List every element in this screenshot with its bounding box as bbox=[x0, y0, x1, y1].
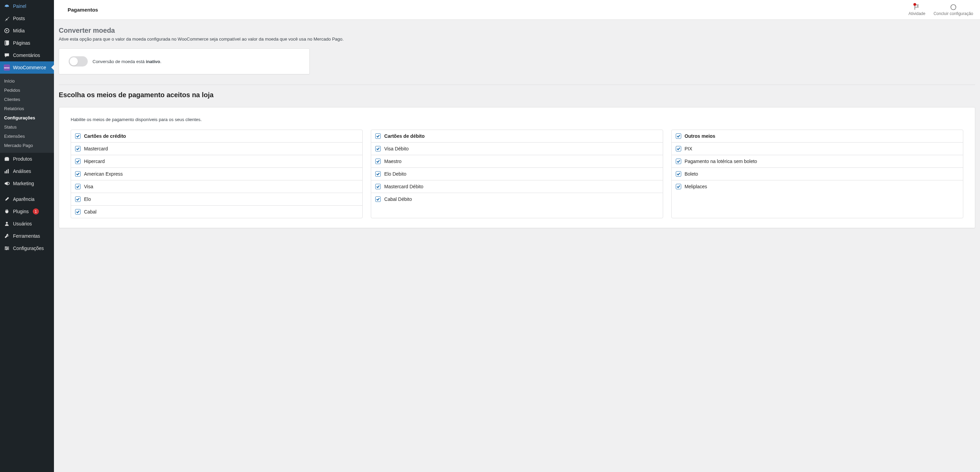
checkbox[interactable] bbox=[375, 196, 381, 202]
submenu-pedidos[interactable]: Pedidos bbox=[0, 86, 54, 95]
choose-card: Habilite os meios de pagamento disponíve… bbox=[59, 107, 975, 228]
topbar-actions: Atividade Concluir configuração bbox=[908, 4, 973, 16]
menu-configuracoes[interactable]: Configurações bbox=[0, 242, 54, 254]
menu-label: Aparência bbox=[13, 196, 35, 202]
svg-point-13 bbox=[5, 247, 7, 248]
payment-item[interactable]: Maestro bbox=[371, 155, 662, 168]
payment-item-label: Meliplaces bbox=[685, 184, 707, 189]
settings-icon bbox=[3, 245, 10, 252]
payment-item[interactable]: Mastercard bbox=[71, 143, 362, 155]
menu-label: Comentários bbox=[13, 52, 40, 58]
checkbox[interactable] bbox=[75, 146, 81, 151]
payment-columns: Cartões de créditoMastercardHipercardAme… bbox=[71, 130, 963, 218]
payment-group-header[interactable]: Cartões de crédito bbox=[71, 130, 362, 143]
group-header-label: Cartões de débito bbox=[384, 133, 425, 139]
payment-item[interactable]: American Express bbox=[71, 168, 362, 181]
svg-rect-3 bbox=[6, 41, 9, 45]
page-title: Pagamentos bbox=[61, 7, 98, 13]
checkbox[interactable] bbox=[375, 171, 381, 177]
submenu-extensoes[interactable]: Extensões bbox=[0, 131, 54, 141]
checkbox[interactable] bbox=[676, 133, 681, 139]
payment-item[interactable]: Cabal bbox=[71, 206, 362, 218]
payment-item[interactable]: Visa bbox=[71, 181, 362, 193]
menu-marketing[interactable]: Marketing bbox=[0, 177, 54, 190]
payment-item[interactable]: Cabal Débito bbox=[371, 193, 662, 205]
payment-item-label: Elo bbox=[84, 196, 91, 202]
menu-label: Usuários bbox=[13, 221, 32, 226]
checkbox[interactable] bbox=[75, 158, 81, 164]
analytics-icon bbox=[3, 168, 10, 174]
menu-label: Plugins bbox=[13, 209, 29, 214]
svg-rect-6 bbox=[5, 171, 6, 173]
payment-item[interactable]: Mastercard Débito bbox=[371, 181, 662, 193]
menu-woocommerce[interactable]: woo WooCommerce bbox=[0, 62, 54, 74]
checkbox[interactable] bbox=[375, 146, 381, 151]
menu-comentarios[interactable]: Comentários bbox=[0, 49, 54, 62]
menu-aparencia[interactable]: Aparência bbox=[0, 193, 54, 205]
checkbox[interactable] bbox=[375, 184, 381, 189]
topbar-finish[interactable]: Concluir configuração bbox=[934, 4, 973, 16]
submenu-inicio[interactable]: Início bbox=[0, 76, 54, 86]
menu-label: Mídia bbox=[13, 28, 25, 33]
menu-label: Ferramentas bbox=[13, 233, 40, 239]
payment-item-label: Elo Debito bbox=[384, 171, 406, 177]
convert-title: Converter moeda bbox=[59, 27, 975, 35]
payment-group-header[interactable]: Outros meios bbox=[672, 130, 963, 143]
checkbox[interactable] bbox=[375, 158, 381, 164]
payment-group-header[interactable]: Cartões de débito bbox=[371, 130, 662, 143]
submenu-configuracoes[interactable]: Configurações bbox=[0, 113, 54, 122]
submenu-mercadopago[interactable]: Mercado Pago bbox=[0, 141, 54, 150]
menu-midia[interactable]: Mídia bbox=[0, 25, 54, 37]
checkbox[interactable] bbox=[75, 184, 81, 189]
checkbox[interactable] bbox=[676, 158, 681, 164]
payment-item[interactable]: Hipercard bbox=[71, 155, 362, 168]
payment-item-label: American Express bbox=[84, 171, 123, 177]
checkbox[interactable] bbox=[75, 133, 81, 139]
convert-toggle[interactable] bbox=[68, 56, 88, 67]
menu-usuarios[interactable]: Usuários bbox=[0, 218, 54, 230]
payment-item-label: Mastercard bbox=[84, 146, 108, 151]
checkbox[interactable] bbox=[375, 133, 381, 139]
submenu-clientes[interactable]: Clientes bbox=[0, 95, 54, 104]
menu-plugins[interactable]: Plugins 1 bbox=[0, 205, 54, 218]
menu-produtos[interactable]: Produtos bbox=[0, 153, 54, 165]
svg-rect-7 bbox=[6, 170, 7, 173]
payment-item-label: PIX bbox=[685, 146, 692, 151]
payment-item-label: Visa bbox=[84, 184, 93, 189]
payment-item[interactable]: Meliplaces bbox=[672, 181, 963, 193]
menu-paginas[interactable]: Páginas bbox=[0, 37, 54, 49]
submenu-relatorios[interactable]: Relatórios bbox=[0, 104, 54, 113]
checkbox[interactable] bbox=[676, 171, 681, 177]
payment-item[interactable]: PIX bbox=[672, 143, 963, 155]
payment-item[interactable]: Elo bbox=[71, 193, 362, 206]
payment-item[interactable]: Boleto bbox=[672, 168, 963, 181]
payment-item-label: Hipercard bbox=[84, 158, 105, 164]
menu-ferramentas[interactable]: Ferramentas bbox=[0, 230, 54, 242]
payment-item-label: Pagamento na lotérica sem boleto bbox=[685, 158, 757, 164]
woocommerce-icon: woo bbox=[3, 64, 10, 71]
dashboard-icon bbox=[3, 3, 10, 10]
checkbox[interactable] bbox=[75, 209, 81, 214]
menu-painel[interactable]: Painel bbox=[0, 0, 54, 12]
payment-item[interactable]: Visa Débito bbox=[371, 143, 662, 155]
menu-analises[interactable]: Análises bbox=[0, 165, 54, 177]
menu-label: Marketing bbox=[13, 181, 34, 186]
submenu-woocommerce: Início Pedidos Clientes Relatórios Confi… bbox=[0, 74, 54, 153]
checkbox[interactable] bbox=[75, 171, 81, 177]
topbar-activity[interactable]: Atividade bbox=[908, 4, 925, 16]
submenu-status[interactable]: Status bbox=[0, 122, 54, 131]
circle-icon bbox=[950, 4, 957, 11]
notification-dot bbox=[913, 3, 916, 6]
menu-posts[interactable]: Posts bbox=[0, 12, 54, 25]
checkbox[interactable] bbox=[75, 196, 81, 202]
checkbox[interactable] bbox=[676, 184, 681, 189]
megaphone-icon bbox=[3, 180, 10, 187]
convert-toggle-label: Conversão de moeda está inativo. bbox=[92, 59, 162, 64]
payment-item[interactable]: Pagamento na lotérica sem boleto bbox=[672, 155, 963, 168]
payment-group: Cartões de débitoVisa DébitoMaestroElo D… bbox=[371, 130, 663, 218]
payment-item-label: Cabal Débito bbox=[384, 196, 412, 202]
products-icon bbox=[3, 155, 10, 162]
payment-item[interactable]: Elo Debito bbox=[371, 168, 662, 181]
payment-item-label: Visa Débito bbox=[384, 146, 408, 151]
checkbox[interactable] bbox=[676, 146, 681, 151]
